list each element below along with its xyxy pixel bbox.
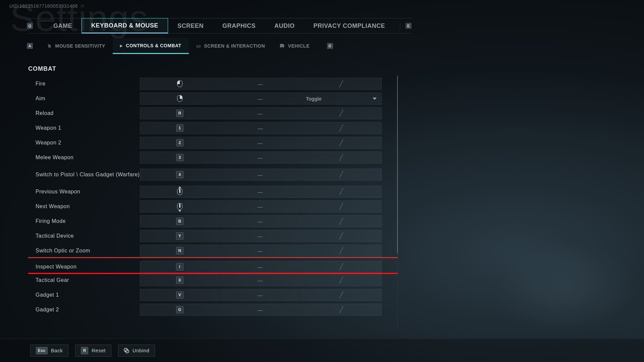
bind-melee-extra[interactable]: ╱ (301, 152, 382, 164)
bind-gadget1-secondary[interactable] (220, 289, 300, 301)
label-tactical-device: Tactical Device (28, 233, 140, 239)
bind-tactical-gear-primary[interactable]: X (140, 274, 220, 286)
bind-reload-extra[interactable]: ╱ (301, 107, 382, 119)
bind-prev-weapon-primary[interactable] (140, 186, 220, 198)
row-fire: Fire ╱ (28, 78, 398, 90)
top-tabs: Q GAME KEYBOARD & MOUSE SCREEN GRAPHICS … (27, 18, 412, 34)
subtab-screen-interaction[interactable]: ▭ SCREEN & INTERACTION (189, 38, 272, 54)
chevron-down-icon (373, 98, 377, 100)
subtab-mouse-sensitivity[interactable]: 🖱 MOUSE SENSITIVITY (40, 38, 113, 54)
bind-switch-pistol-extra[interactable]: ╱ (301, 169, 382, 181)
divider (400, 23, 400, 29)
subnav-right-key: D (327, 43, 333, 49)
bind-next-weapon-secondary[interactable] (220, 200, 300, 213)
reset-label: Reset (92, 348, 106, 353)
bind-melee-primary[interactable]: 3 (140, 152, 220, 164)
bind-weapon2-secondary[interactable] (220, 137, 300, 149)
key-label: I (176, 263, 183, 270)
bindings-panel: COMBAT Fire ╱ Aim Toggle Reload R ╱ Weap… (28, 65, 398, 334)
bind-firing-mode-secondary[interactable] (220, 215, 300, 227)
bind-tactical-device-secondary[interactable] (220, 230, 300, 242)
bind-weapon1-primary[interactable]: 1 (140, 122, 220, 134)
bind-inspect-weapon-secondary[interactable] (220, 261, 300, 273)
sub-tabs: A 🖱 MOUSE SENSITIVITY ▸ CONTROLS & COMBA… (27, 38, 333, 54)
label-next-weapon: Next Weapon (28, 203, 140, 209)
bind-fire-primary[interactable] (140, 78, 220, 90)
tab-keyboard-mouse[interactable]: KEYBOARD & MOUSE (82, 18, 168, 34)
row-weapon2: Weapon 2 2 ╱ (28, 137, 398, 149)
label-inspect-weapon: Inspect Weapon (28, 263, 140, 270)
slash-icon: ╱ (339, 80, 343, 87)
tab-graphics[interactable]: GRAPHICS (213, 18, 265, 34)
screen-icon: ▭ (196, 43, 201, 49)
bind-tactical-gear-secondary[interactable] (220, 274, 300, 286)
subtab-label: SCREEN & INTERACTION (204, 43, 265, 49)
bind-aim-secondary[interactable] (220, 93, 300, 105)
bind-aim-primary[interactable] (140, 93, 220, 105)
uid-text: UID:182351677160053931466 (9, 3, 78, 9)
key-label: 1 (176, 124, 183, 132)
bind-switch-optic-extra[interactable]: ╱ (301, 245, 382, 257)
reset-button[interactable]: R Reset (75, 345, 111, 357)
label-tactical-gear: Tactical Gear (28, 277, 140, 283)
row-firing-mode: Firing Mode B ╱ (28, 215, 398, 227)
bind-tactical-gear-extra[interactable]: ╱ (301, 274, 382, 286)
bind-gadget2-extra[interactable]: ╱ (301, 304, 382, 316)
label-aim: Aim (28, 95, 140, 102)
row-prev-weapon: Previous Weapon ╱ (28, 186, 398, 198)
back-button[interactable]: Esc Back (30, 345, 68, 357)
bind-gadget1-primary[interactable]: V (140, 289, 220, 301)
mouse-right-icon (177, 95, 182, 102)
bind-switch-optic-secondary[interactable] (220, 245, 300, 257)
bind-weapon2-extra[interactable]: ╱ (301, 137, 382, 149)
bind-next-weapon-extra[interactable]: ╱ (301, 200, 382, 213)
gun-icon: ▸ (120, 43, 123, 48)
bind-gadget2-primary[interactable]: G (140, 304, 220, 316)
unbind-label: Unbind (132, 348, 150, 353)
back-label: Back (51, 348, 63, 353)
bind-prev-weapon-secondary[interactable] (220, 186, 300, 198)
bind-tactical-device-primary[interactable]: Y (140, 230, 220, 242)
bind-switch-pistol-secondary[interactable] (220, 169, 300, 181)
bind-weapon1-secondary[interactable] (220, 122, 300, 134)
bind-switch-pistol-primary[interactable]: 4 (140, 169, 220, 181)
tab-screen[interactable]: SCREEN (168, 18, 213, 34)
scrollbar[interactable] (397, 75, 398, 330)
bind-firing-mode-primary[interactable]: B (140, 215, 220, 227)
slash-icon: ╱ (339, 110, 343, 117)
bind-prev-weapon-extra[interactable]: ╱ (301, 186, 382, 198)
row-melee: Melee Weapon 3 ╱ (28, 152, 398, 164)
tab-audio[interactable]: AUDIO (265, 18, 304, 34)
bind-next-weapon-primary[interactable] (140, 200, 220, 213)
bind-reload-primary[interactable]: R (140, 107, 220, 119)
unbind-button[interactable]: Unbind (118, 345, 155, 357)
bind-weapon1-extra[interactable]: ╱ (301, 122, 382, 134)
tab-game[interactable]: GAME (44, 18, 82, 34)
vehicle-icon: ⛟ (280, 43, 285, 49)
bind-inspect-weapon-primary[interactable]: I (140, 261, 220, 273)
key-esc: Esc (36, 347, 48, 354)
subtab-vehicle[interactable]: ⛟ VEHICLE (272, 38, 317, 54)
bind-inspect-weapon-extra[interactable]: ╱ (301, 261, 382, 273)
bind-fire-secondary[interactable] (220, 78, 300, 90)
bind-reload-secondary[interactable] (220, 107, 300, 119)
bind-fire-extra[interactable]: ╱ (301, 78, 382, 90)
aim-mode-dropdown[interactable]: Toggle (301, 93, 382, 105)
key-label: G (176, 306, 183, 313)
bind-melee-secondary[interactable] (220, 152, 300, 164)
key-label: 2 (176, 139, 183, 146)
slash-icon: ╱ (339, 171, 343, 178)
scrollbar-thumb[interactable] (397, 75, 398, 254)
bind-gadget1-extra[interactable]: ╱ (301, 289, 382, 301)
bind-firing-mode-extra[interactable]: ╱ (301, 215, 382, 227)
bind-tactical-device-extra[interactable]: ╱ (301, 230, 382, 242)
row-tactical-device: Tactical Device Y ╱ (28, 230, 398, 242)
label-switch-pistol: Switch to Pistol \ Class Gadget (Warfare… (28, 171, 140, 178)
slash-icon: ╱ (339, 124, 343, 132)
subtab-controls-combat[interactable]: ▸ CONTROLS & COMBAT (113, 38, 189, 54)
key-r: R (81, 347, 88, 354)
bind-gadget2-secondary[interactable] (220, 304, 300, 316)
tab-privacy[interactable]: PRIVACY COMPLIANCE (304, 18, 394, 34)
bind-weapon2-primary[interactable]: 2 (140, 137, 220, 149)
bind-switch-optic-primary[interactable]: N (140, 245, 220, 257)
